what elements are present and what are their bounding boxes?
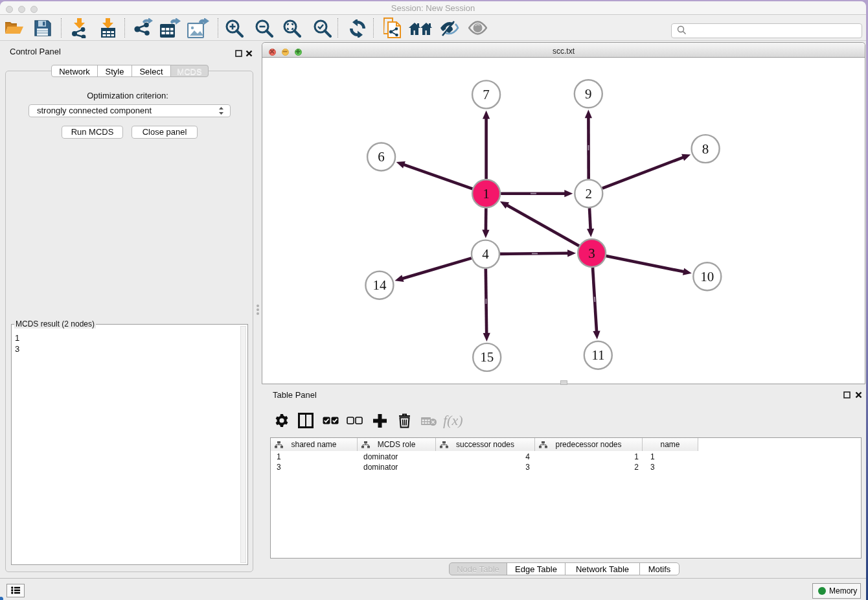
svg-text:8: 8	[702, 141, 709, 157]
svg-text:1: 1	[483, 186, 490, 202]
svg-text:9: 9	[585, 86, 592, 102]
svg-text:11: 11	[591, 347, 604, 363]
svg-text:15: 15	[480, 349, 494, 365]
svg-text:4: 4	[482, 246, 489, 262]
svg-text:14: 14	[372, 277, 387, 293]
svg-text:2: 2	[586, 186, 593, 202]
svg-text:10: 10	[700, 269, 714, 284]
svg-text:7: 7	[483, 87, 490, 102]
svg-text:6: 6	[378, 149, 385, 165]
svg-text:3: 3	[588, 246, 595, 261]
